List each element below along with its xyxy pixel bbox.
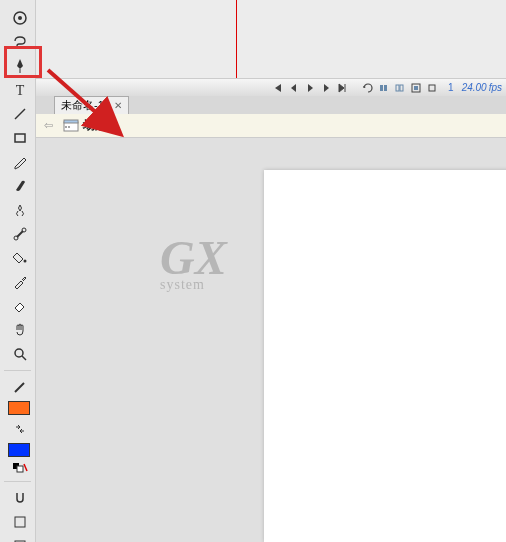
current-frame-number: 1 [448,82,454,93]
brush-tool[interactable] [8,174,32,198]
play-icon[interactable] [303,81,317,95]
svg-rect-13 [17,466,23,472]
next-frame-icon[interactable] [319,81,333,95]
svg-line-14 [24,464,27,471]
svg-rect-21 [396,85,399,91]
snap-option[interactable] [8,486,32,510]
last-frame-icon[interactable] [335,81,349,95]
deco-tool[interactable] [8,198,32,222]
svg-point-9 [24,260,27,263]
stroke-color-indicator[interactable] [8,375,32,399]
main-area: 1 24.00 fps 未命名-1* ✕ ⇦ 场景 1 [36,0,506,542]
document-tabs: 未命名-1* ✕ [36,96,506,114]
tab-label: 未命名-1* [61,98,108,113]
text-tool[interactable]: T [8,78,32,102]
svg-line-8 [17,231,23,237]
timeline-controls: 1 24.00 fps [36,78,506,96]
svg-point-10 [15,349,23,357]
free-transform-tool[interactable] [8,6,32,30]
svg-rect-22 [400,85,403,91]
document-tab[interactable]: 未命名-1* ✕ [54,96,129,114]
paint-bucket-tool[interactable] [8,246,32,270]
prev-frame-icon[interactable] [287,81,301,95]
svg-point-28 [65,126,67,128]
first-frame-icon[interactable] [271,81,285,95]
svg-text:T: T [16,83,25,98]
svg-line-4 [15,109,25,119]
scene-bar: ⇦ 场景 1 [36,114,506,138]
onion-outline-icon[interactable] [393,81,407,95]
straighten-option[interactable] [8,534,32,542]
stage-canvas[interactable] [264,170,506,542]
onion-skin-icon[interactable] [377,81,391,95]
line-tool[interactable] [8,102,32,126]
scene-label: 场景 1 [83,117,117,134]
timeline-panel: 1 24.00 fps [36,0,506,96]
svg-rect-25 [429,85,435,91]
stage-area [36,138,506,542]
svg-point-1 [18,16,22,20]
fill-color-swatch[interactable] [8,401,30,415]
svg-rect-5 [15,134,25,142]
zoom-tool[interactable] [8,342,32,366]
eraser-tool[interactable] [8,294,32,318]
eyedropper-tool[interactable] [8,270,32,294]
rectangle-tool[interactable] [8,126,32,150]
secondary-color-swatch[interactable] [8,443,30,457]
loop-icon[interactable] [361,81,375,95]
edit-multiple-icon[interactable] [409,81,423,95]
hand-tool[interactable] [8,318,32,342]
svg-line-11 [22,356,26,360]
fps-unit: fps [489,82,502,93]
svg-rect-19 [380,85,383,91]
svg-rect-20 [384,85,387,91]
svg-rect-27 [64,120,78,123]
swap-colors[interactable] [8,417,32,441]
back-arrow-icon[interactable]: ⇦ [44,119,53,132]
svg-point-29 [68,126,70,128]
close-icon[interactable]: ✕ [114,100,122,111]
lasso-tool[interactable] [8,30,32,54]
fps-value: 24.00 [462,82,487,93]
svg-rect-15 [15,517,25,527]
default-colors[interactable] [8,459,32,477]
toolbox: T [0,0,36,542]
smooth-option[interactable] [8,510,32,534]
svg-rect-24 [414,86,418,90]
scene-icon [63,119,79,133]
bone-tool[interactable] [8,222,32,246]
pencil-tool[interactable] [8,150,32,174]
timeline-frames[interactable] [36,0,506,78]
playhead[interactable] [236,0,237,78]
center-frame-icon[interactable] [425,81,439,95]
pen-tool[interactable] [8,54,32,78]
